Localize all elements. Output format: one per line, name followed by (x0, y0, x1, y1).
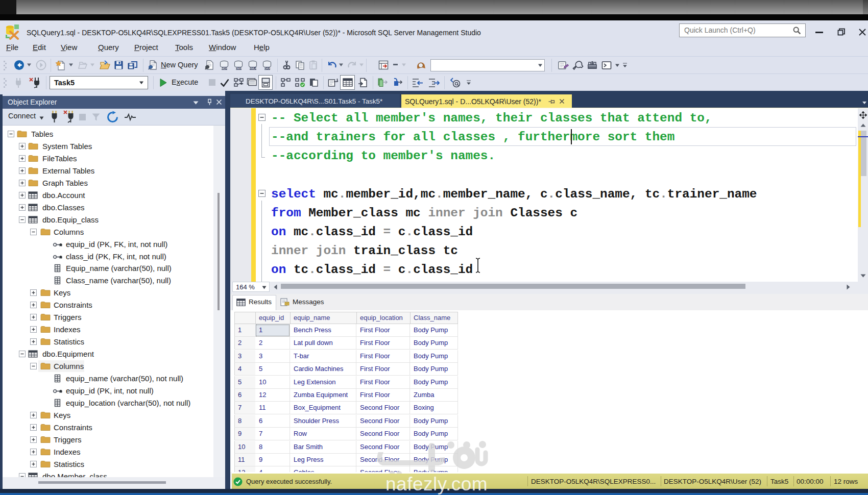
svg-text:DAX: DAX (264, 67, 271, 70)
svg-text:DMX: DMX (235, 67, 242, 70)
svg-text:XMLA: XMLA (249, 67, 257, 70)
svg-text:MDX: MDX (221, 67, 228, 70)
